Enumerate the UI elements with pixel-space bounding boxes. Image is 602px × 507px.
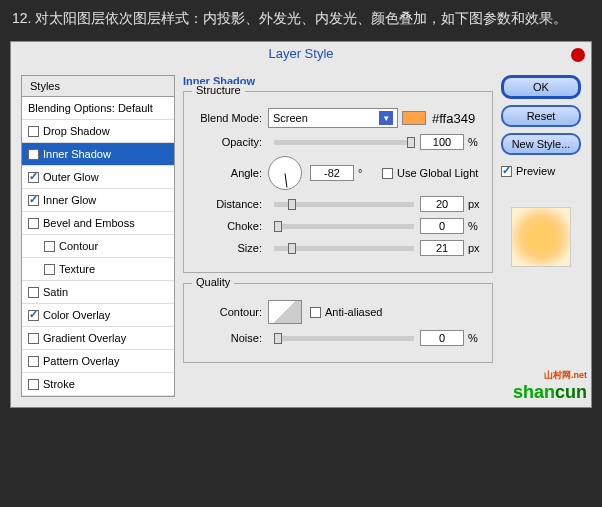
style-label: Gradient Overlay bbox=[43, 332, 126, 344]
distance-slider[interactable] bbox=[274, 202, 414, 207]
style-item-satin[interactable]: Satin bbox=[22, 281, 174, 304]
style-label: Contour bbox=[59, 240, 98, 252]
angle-dial[interactable] bbox=[268, 156, 302, 190]
preview-checkbox[interactable] bbox=[501, 166, 512, 177]
angle-input[interactable]: -82 bbox=[310, 165, 354, 181]
opacity-input[interactable]: 100 bbox=[420, 134, 464, 150]
style-label: Inner Shadow bbox=[43, 148, 111, 160]
preview-label: Preview bbox=[516, 165, 555, 177]
style-checkbox[interactable] bbox=[28, 356, 39, 367]
preview-image bbox=[511, 207, 571, 267]
structure-group: Structure Blend Mode: Screen ▾ #ffa349 O… bbox=[183, 91, 493, 273]
quality-group: Quality Contour: Anti-aliased Noise: 0 % bbox=[183, 283, 493, 363]
antialiased-label: Anti-aliased bbox=[325, 306, 382, 318]
style-item-inner-shadow[interactable]: Inner Shadow bbox=[22, 143, 174, 166]
style-checkbox[interactable] bbox=[28, 218, 39, 229]
style-label: Blending Options: Default bbox=[28, 102, 153, 114]
watermark: 山村网.net shancun bbox=[513, 369, 587, 403]
opacity-slider[interactable] bbox=[274, 140, 414, 145]
style-label: Pattern Overlay bbox=[43, 355, 119, 367]
styles-panel: Styles Blending Options: DefaultDrop Sha… bbox=[21, 75, 175, 397]
style-item-gradient-overlay[interactable]: Gradient Overlay bbox=[22, 327, 174, 350]
color-hex: #ffa349 bbox=[432, 111, 475, 126]
style-item-stroke[interactable]: Stroke bbox=[22, 373, 174, 396]
layer-style-dialog: Layer Style Styles Blending Options: Def… bbox=[10, 41, 592, 408]
noise-slider[interactable] bbox=[274, 336, 414, 341]
options-panel: Inner Shadow Structure Blend Mode: Scree… bbox=[183, 75, 493, 397]
choke-input[interactable]: 0 bbox=[420, 218, 464, 234]
style-label: Texture bbox=[59, 263, 95, 275]
style-label: Color Overlay bbox=[43, 309, 110, 321]
style-item-bevel-and-emboss[interactable]: Bevel and Emboss bbox=[22, 212, 174, 235]
style-checkbox[interactable] bbox=[28, 126, 39, 137]
style-item-blending-options-default[interactable]: Blending Options: Default bbox=[22, 97, 174, 120]
style-item-contour[interactable]: Contour bbox=[22, 235, 174, 258]
style-checkbox[interactable] bbox=[28, 195, 39, 206]
style-checkbox[interactable] bbox=[28, 287, 39, 298]
style-label: Satin bbox=[43, 286, 68, 298]
style-checkbox[interactable] bbox=[28, 149, 39, 160]
style-item-drop-shadow[interactable]: Drop Shadow bbox=[22, 120, 174, 143]
instruction-text: 12. 对太阳图层依次图层样式：内投影、外发光、内发光、颜色叠加，如下图参数和效… bbox=[0, 0, 602, 37]
style-checkbox[interactable] bbox=[28, 333, 39, 344]
contour-label: Contour: bbox=[192, 306, 268, 318]
preview-box bbox=[501, 199, 581, 275]
global-light-label: Use Global Light bbox=[397, 167, 478, 179]
noise-input[interactable]: 0 bbox=[420, 330, 464, 346]
size-input[interactable]: 21 bbox=[420, 240, 464, 256]
quality-label: Quality bbox=[192, 276, 234, 288]
dialog-title: Layer Style bbox=[11, 42, 591, 65]
style-item-color-overlay[interactable]: Color Overlay bbox=[22, 304, 174, 327]
color-swatch[interactable] bbox=[402, 111, 426, 125]
style-checkbox[interactable] bbox=[28, 310, 39, 321]
style-checkbox[interactable] bbox=[28, 172, 39, 183]
styles-header[interactable]: Styles bbox=[21, 75, 175, 97]
contour-picker[interactable] bbox=[268, 300, 302, 324]
style-label: Drop Shadow bbox=[43, 125, 110, 137]
opacity-label: Opacity: bbox=[192, 136, 268, 148]
style-label: Bevel and Emboss bbox=[43, 217, 135, 229]
size-slider[interactable] bbox=[274, 246, 414, 251]
chevron-down-icon: ▾ bbox=[379, 111, 393, 125]
distance-label: Distance: bbox=[192, 198, 268, 210]
style-checkbox[interactable] bbox=[44, 264, 55, 275]
blend-mode-label: Blend Mode: bbox=[192, 112, 268, 124]
close-icon[interactable] bbox=[571, 48, 585, 62]
size-label: Size: bbox=[192, 242, 268, 254]
antialiased-checkbox[interactable] bbox=[310, 307, 321, 318]
reset-button[interactable]: Reset bbox=[501, 105, 581, 127]
global-light-checkbox[interactable] bbox=[382, 168, 393, 179]
choke-slider[interactable] bbox=[274, 224, 414, 229]
blend-mode-select[interactable]: Screen ▾ bbox=[268, 108, 398, 128]
choke-label: Choke: bbox=[192, 220, 268, 232]
buttons-panel: OK Reset New Style... Preview bbox=[501, 75, 581, 397]
style-label: Stroke bbox=[43, 378, 75, 390]
style-checkbox[interactable] bbox=[44, 241, 55, 252]
style-label: Outer Glow bbox=[43, 171, 99, 183]
ok-button[interactable]: OK bbox=[501, 75, 581, 99]
style-label: Inner Glow bbox=[43, 194, 96, 206]
style-item-outer-glow[interactable]: Outer Glow bbox=[22, 166, 174, 189]
structure-label: Structure bbox=[192, 84, 245, 96]
style-item-texture[interactable]: Texture bbox=[22, 258, 174, 281]
angle-label: Angle: bbox=[192, 167, 268, 179]
new-style-button[interactable]: New Style... bbox=[501, 133, 581, 155]
style-checkbox[interactable] bbox=[28, 379, 39, 390]
style-item-pattern-overlay[interactable]: Pattern Overlay bbox=[22, 350, 174, 373]
style-item-inner-glow[interactable]: Inner Glow bbox=[22, 189, 174, 212]
noise-label: Noise: bbox=[192, 332, 268, 344]
distance-input[interactable]: 20 bbox=[420, 196, 464, 212]
